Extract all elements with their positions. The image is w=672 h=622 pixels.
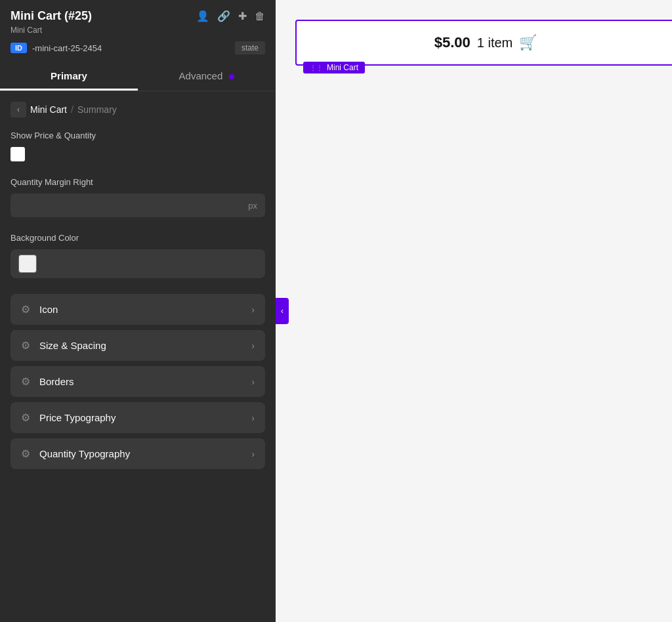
widget-label-tag: ⋮⋮ Mini Cart bbox=[303, 62, 365, 73]
collapse-tab[interactable]: ‹ bbox=[276, 298, 289, 324]
show-price-quantity-checkbox[interactable] bbox=[10, 147, 25, 161]
settings-list: ⚙ Icon › ⚙ Size & Spacing › ⚙ Borders › bbox=[10, 294, 265, 469]
price-typography-gear-icon: ⚙ bbox=[21, 411, 30, 424]
breadcrumb-item-minicart: Mini Cart bbox=[30, 104, 67, 115]
widget-item-count: 1 item bbox=[477, 35, 513, 51]
price-typography-chevron-right: › bbox=[251, 413, 255, 423]
person-icon[interactable]: 👤 bbox=[196, 10, 209, 22]
widget-label-text: Mini Cart bbox=[327, 63, 358, 72]
id-badge: ID bbox=[10, 43, 27, 53]
settings-item-quantity-typography[interactable]: ⚙ Quantity Typography › bbox=[10, 438, 265, 469]
background-color-label: Background Color bbox=[10, 233, 265, 243]
quantity-margin-right-input-wrapper: px bbox=[10, 194, 265, 217]
drag-handle-icon: ⋮⋮ bbox=[310, 64, 323, 72]
id-row: ID -mini-cart-25-2454 state bbox=[10, 41, 265, 54]
quantity-margin-right-section: Quantity Margin Right px bbox=[10, 177, 265, 217]
breadcrumb: ‹ Mini Cart / Summary bbox=[10, 102, 265, 117]
trash-icon[interactable]: 🗑 bbox=[255, 10, 265, 22]
borders-chevron-right: › bbox=[251, 377, 255, 387]
size-spacing-chevron-right: › bbox=[251, 341, 255, 351]
px-suffix: px bbox=[248, 201, 257, 211]
icon-gear-icon: ⚙ bbox=[21, 303, 30, 316]
quantity-typography-chevron-right: › bbox=[251, 449, 255, 459]
quantity-margin-right-label: Quantity Margin Right bbox=[10, 177, 265, 187]
state-badge[interactable]: state bbox=[235, 41, 265, 54]
link-icon[interactable]: 🔗 bbox=[217, 10, 230, 22]
widget-content: $5.00 1 item 🛒 bbox=[434, 34, 537, 51]
cart-icon: 🛒 bbox=[519, 34, 537, 51]
add-icon[interactable]: ✚ bbox=[238, 10, 247, 22]
background-color-swatch[interactable] bbox=[18, 255, 37, 273]
quantity-typography-gear-icon: ⚙ bbox=[21, 447, 30, 460]
panel-header: Mini Cart (#25) 👤 🔗 ✚ 🗑 Mini Cart ID -mi… bbox=[0, 0, 276, 61]
quantity-margin-right-input[interactable] bbox=[10, 194, 265, 217]
collapse-icon: ‹ bbox=[281, 306, 284, 316]
widget-price: $5.00 bbox=[434, 34, 471, 51]
icon-label: Icon bbox=[39, 304, 58, 315]
borders-label: Borders bbox=[39, 376, 74, 387]
size-spacing-gear-icon: ⚙ bbox=[21, 339, 30, 352]
borders-gear-icon: ⚙ bbox=[21, 375, 30, 388]
chevron-left-icon: ‹ bbox=[17, 105, 20, 114]
price-typography-label: Price Typography bbox=[39, 412, 116, 423]
icon-chevron-right: › bbox=[251, 304, 255, 315]
size-spacing-label: Size & Spacing bbox=[39, 340, 106, 351]
breadcrumb-separator: / bbox=[71, 104, 74, 115]
widget-frame: $5.00 1 item 🛒 ⋮⋮ Mini Cart bbox=[295, 20, 672, 66]
settings-item-size-spacing[interactable]: ⚙ Size & Spacing › bbox=[10, 330, 265, 361]
show-price-quantity-section: Show Price & Quantity bbox=[10, 131, 265, 161]
right-panel: $5.00 1 item 🛒 ⋮⋮ Mini Cart bbox=[276, 0, 672, 622]
left-panel: Mini Cart (#25) 👤 🔗 ✚ 🗑 Mini Cart ID -mi… bbox=[0, 0, 276, 622]
settings-item-price-typography[interactable]: ⚙ Price Typography › bbox=[10, 402, 265, 433]
tab-dot bbox=[229, 74, 234, 79]
tab-primary[interactable]: Primary bbox=[0, 61, 138, 91]
id-value: -mini-cart-25-2454 bbox=[32, 43, 230, 53]
quantity-typography-label: Quantity Typography bbox=[39, 448, 130, 459]
panel-title: Mini Cart (#25) bbox=[10, 9, 92, 23]
tab-advanced[interactable]: Advanced bbox=[138, 61, 276, 91]
settings-item-icon[interactable]: ⚙ Icon › bbox=[10, 294, 265, 325]
panel-subtitle: Mini Cart bbox=[10, 26, 265, 35]
breadcrumb-back-button[interactable]: ‹ bbox=[10, 102, 26, 117]
breadcrumb-item-summary: Summary bbox=[77, 104, 117, 115]
background-color-section: Background Color bbox=[10, 233, 265, 278]
panel-content: ‹ Mini Cart / Summary Show Price & Quant… bbox=[0, 91, 276, 622]
preview-area: $5.00 1 item 🛒 ⋮⋮ Mini Cart bbox=[295, 20, 672, 66]
tabs-row: Primary Advanced bbox=[0, 61, 276, 91]
background-color-row bbox=[10, 249, 265, 278]
settings-item-borders[interactable]: ⚙ Borders › bbox=[10, 366, 265, 397]
show-price-quantity-label: Show Price & Quantity bbox=[10, 131, 265, 140]
header-icons: 👤 🔗 ✚ 🗑 bbox=[196, 10, 265, 22]
